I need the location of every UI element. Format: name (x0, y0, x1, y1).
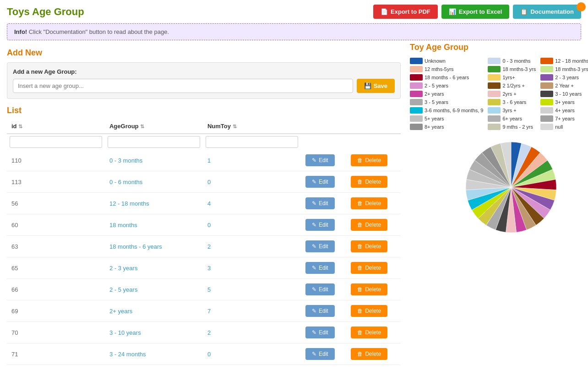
trash-icon: 🗑 (357, 222, 363, 228)
table-row: 113 0 - 6 months 0 ✎ Edit 🗑 Delete (7, 171, 401, 193)
cell-id: 66 (7, 279, 105, 300)
legend-color-swatch (488, 58, 501, 64)
edit-icon: ✎ (312, 329, 316, 336)
cell-delete: 🗑 Delete (346, 300, 401, 322)
cell-id: 110 (7, 150, 105, 171)
add-new-title: Add New (7, 48, 401, 58)
table-row: 60 18 months 0 ✎ Edit 🗑 Delete (7, 214, 401, 236)
col-num-toy[interactable]: NumToy ⇅ (203, 119, 301, 134)
cell-id: 65 (7, 257, 105, 279)
legend-label: 12 - 18 months (555, 58, 588, 64)
documentation-button[interactable]: 📋 Documentation (513, 5, 581, 19)
filter-age-input[interactable] (108, 136, 200, 148)
trash-icon: 🗑 (357, 265, 363, 271)
edit-button[interactable]: ✎ Edit (305, 219, 335, 231)
edit-button[interactable]: ✎ Edit (305, 262, 335, 274)
edit-icon: ✎ (312, 243, 316, 250)
table-row: 56 12 - 18 months 4 ✎ Edit 🗑 Delete (7, 193, 401, 214)
legend-label: 3-6 months, 6-9 months, 9 (425, 108, 483, 113)
legend-item: 2 - 3 years (540, 74, 588, 81)
edit-icon: ✎ (312, 286, 316, 293)
legend-item: 6+ years (488, 115, 536, 122)
docs-icon: 📋 (520, 8, 528, 15)
delete-button[interactable]: 🗑 Delete (351, 327, 387, 338)
delete-button[interactable]: 🗑 Delete (351, 176, 387, 188)
legend-label: 2 Year + (555, 83, 574, 88)
cell-id: 63 (7, 236, 105, 257)
cell-delete: 🗑 Delete (346, 150, 401, 171)
legend-item: 2 - 5 years (410, 82, 483, 89)
delete-button[interactable]: 🗑 Delete (351, 154, 387, 166)
edit-icon: ✎ (312, 179, 316, 185)
edit-button[interactable]: ✎ Edit (305, 348, 335, 360)
legend-color-swatch (488, 99, 501, 105)
delete-button[interactable]: 🗑 Delete (351, 262, 387, 274)
edit-button[interactable]: ✎ Edit (305, 176, 335, 188)
legend-color-swatch (488, 91, 501, 97)
pie-chart (461, 137, 561, 238)
cell-age-group: 0 - 6 months (105, 171, 203, 193)
delete-button[interactable]: 🗑 Delete (351, 219, 387, 231)
legend-color-swatch (410, 58, 423, 64)
edit-icon: ✎ (312, 200, 316, 207)
filter-num-input[interactable] (206, 136, 298, 148)
filter-id-input[interactable] (10, 136, 102, 148)
col-actions2 (346, 119, 401, 134)
export-excel-button[interactable]: 📊 Export to Excel (441, 5, 510, 19)
export-pdf-button[interactable]: 📄 Export to PDF (373, 5, 438, 19)
delete-button[interactable]: 🗑 Delete (351, 240, 387, 252)
cell-delete: 🗑 Delete (346, 236, 401, 257)
info-bold: Info! (14, 28, 27, 35)
add-new-row: 💾 Save (13, 79, 395, 93)
cell-edit: ✎ Edit (301, 150, 346, 171)
legend-color-swatch (488, 107, 501, 114)
col-id[interactable]: id ⇅ (7, 119, 105, 134)
cell-id: 56 (7, 193, 105, 214)
legend-color-swatch (488, 82, 501, 89)
legend-color-swatch (540, 82, 553, 89)
legend-label: 18 months - 6 years (425, 75, 469, 80)
delete-button[interactable]: 🗑 Delete (351, 305, 387, 317)
legend-color-swatch (488, 124, 501, 130)
delete-button[interactable]: 🗑 Delete (351, 197, 387, 209)
cell-num-toy: 1 (203, 150, 301, 171)
legend-label: 2 - 3 years (555, 75, 579, 80)
edit-button[interactable]: ✎ Edit (305, 305, 335, 317)
delete-button[interactable]: 🗑 Delete (351, 348, 387, 360)
legend-label: 18 mnths-3 yrs, 3-5 years (555, 66, 588, 72)
edit-button[interactable]: ✎ Edit (305, 197, 335, 209)
legend-item: 18 months - 6 years (410, 74, 483, 81)
save-button[interactable]: 💾 Save (357, 79, 395, 93)
legend-item: 3yrs + (488, 107, 536, 114)
legend-label: 2yrs + (502, 91, 516, 97)
cell-age-group: 0 - 3 months (105, 150, 203, 171)
legend-label: 3 - 5 years (425, 99, 448, 105)
legend-color-swatch (410, 124, 423, 130)
trash-icon: 🗑 (357, 286, 363, 293)
chart-title: Toy Age Group (410, 43, 588, 52)
col-age-group[interactable]: AgeGroup ⇅ (105, 119, 203, 134)
table-body: 110 0 - 3 months 1 ✎ Edit 🗑 Delete 113 0… (7, 150, 401, 365)
legend-item: 12 - 18 months (540, 58, 588, 64)
table-row: 66 2 - 5 years 5 ✎ Edit 🗑 Delete (7, 279, 401, 300)
trash-icon: 🗑 (357, 179, 363, 185)
legend-grid: Unknown 0 - 3 months 12 - 18 months 12 m… (410, 58, 588, 130)
edit-button[interactable]: ✎ Edit (305, 154, 335, 166)
edit-button[interactable]: ✎ Edit (305, 327, 335, 338)
filter-age-cell (105, 134, 203, 150)
legend-label: null (555, 124, 563, 130)
cell-edit: ✎ Edit (301, 322, 346, 343)
trash-icon: 🗑 (357, 329, 363, 336)
cell-delete: 🗑 Delete (346, 343, 401, 365)
cell-num-toy: 3 (203, 257, 301, 279)
pdf-icon: 📄 (381, 8, 388, 15)
main-layout: Add New Add a new Age Group: 💾 Save List (0, 43, 588, 365)
delete-button[interactable]: 🗑 Delete (351, 283, 387, 295)
left-panel: Add New Add a new Age Group: 💾 Save List (7, 43, 401, 365)
filter-empty2 (346, 134, 401, 150)
age-group-input[interactable] (13, 79, 353, 93)
edit-button[interactable]: ✎ Edit (305, 240, 335, 252)
cell-num-toy: 0 (203, 171, 301, 193)
trash-icon: 🗑 (357, 157, 363, 163)
edit-button[interactable]: ✎ Edit (305, 283, 335, 295)
